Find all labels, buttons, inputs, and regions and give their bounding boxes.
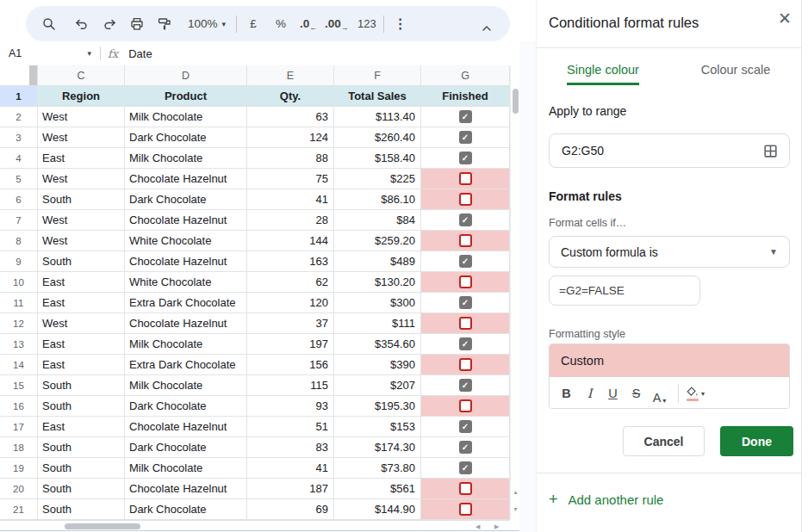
cell-total-sales[interactable]: $561: [334, 479, 421, 499]
cell-qty[interactable]: 115: [247, 375, 334, 396]
cell-total-sales[interactable]: $207: [334, 375, 421, 396]
checkbox-checked-icon[interactable]: ✓: [459, 420, 472, 433]
cell-product[interactable]: White Chocolate: [125, 231, 247, 251]
cell-region[interactable]: East: [38, 334, 125, 355]
fill-colour-button[interactable]: ▾: [686, 387, 705, 401]
select-all-corner[interactable]: [0, 65, 38, 86]
row-number[interactable]: 9: [0, 251, 38, 272]
currency-format-button[interactable]: £: [242, 12, 264, 36]
checkbox-checked-icon[interactable]: ✓: [459, 337, 472, 350]
cell-finished[interactable]: ✓: [421, 210, 510, 231]
cell-qty[interactable]: 156: [247, 355, 334, 375]
formula-input-value[interactable]: Date: [128, 47, 152, 60]
checkbox-checked-icon[interactable]: ✓: [459, 131, 472, 144]
name-box[interactable]: A1 ▾: [0, 47, 91, 59]
cell-finished[interactable]: ✓: [421, 148, 510, 169]
cell-qty[interactable]: 41: [247, 189, 334, 210]
cell-product[interactable]: Dark Chocolate: [125, 396, 247, 417]
cancel-button[interactable]: Cancel: [623, 426, 705, 456]
cell-region[interactable]: South: [38, 251, 125, 272]
custom-formula-input[interactable]: =G2=FALSE: [549, 275, 700, 306]
checkbox-unchecked-icon[interactable]: [459, 317, 472, 330]
header-cell[interactable]: Finished: [421, 86, 510, 107]
cell-product[interactable]: Milk Chocolate: [125, 334, 247, 355]
cell-qty[interactable]: 83: [247, 437, 334, 458]
italic-button[interactable]: I: [578, 382, 601, 405]
row-number[interactable]: 20: [0, 479, 38, 499]
cell-product[interactable]: Milk Chocolate: [125, 375, 247, 396]
tab-single-colour[interactable]: Single colour: [537, 53, 669, 86]
row-number[interactable]: 15: [0, 375, 38, 396]
cell-region[interactable]: East: [38, 417, 125, 437]
cell-qty[interactable]: 93: [247, 396, 334, 417]
cell-finished[interactable]: ✓: [421, 293, 510, 313]
condition-select[interactable]: Custom formula is ▼: [549, 236, 790, 268]
cell-region[interactable]: West: [38, 127, 125, 148]
cell-finished[interactable]: ✓: [421, 127, 510, 148]
cell-product[interactable]: Chocolate Hazelnut: [125, 313, 247, 334]
cell-region[interactable]: East: [38, 293, 125, 313]
checkbox-unchecked-icon[interactable]: [459, 172, 472, 185]
cell-product[interactable]: Chocolate Hazelnut: [125, 210, 247, 231]
select-data-range-icon[interactable]: [762, 143, 779, 162]
row-number[interactable]: 18: [0, 437, 38, 458]
row-number[interactable]: 1: [0, 86, 38, 107]
increase-decimal-button[interactable]: .00→: [325, 12, 349, 36]
cell-region[interactable]: South: [38, 189, 125, 210]
row-number[interactable]: 2: [0, 107, 38, 127]
checkbox-checked-icon[interactable]: ✓: [459, 152, 472, 164]
row-number[interactable]: 11: [0, 293, 38, 313]
cell-qty[interactable]: 124: [247, 127, 334, 148]
cell-region[interactable]: East: [38, 355, 125, 375]
tab-colour-scale[interactable]: Colour scale: [669, 53, 802, 86]
cell-total-sales[interactable]: $390: [334, 355, 421, 375]
print-icon[interactable]: [126, 12, 148, 36]
horizontal-scrollbar-thumb[interactable]: [65, 523, 140, 529]
row-number[interactable]: 8: [0, 231, 38, 251]
checkbox-unchecked-icon[interactable]: [459, 482, 472, 495]
row-number[interactable]: 17: [0, 417, 38, 437]
column-header-f[interactable]: F: [334, 65, 421, 86]
checkbox-checked-icon[interactable]: ✓: [459, 255, 472, 268]
column-header-d[interactable]: D: [125, 65, 247, 86]
cell-finished[interactable]: ✓: [421, 437, 510, 458]
collapse-toolbar-icon[interactable]: [475, 16, 498, 40]
cell-product[interactable]: Chocolate Hazelnut: [125, 169, 247, 189]
search-icon[interactable]: [38, 12, 60, 36]
cell-total-sales[interactable]: $130.20: [334, 272, 421, 293]
cell-product[interactable]: Dark Chocolate: [125, 437, 247, 458]
cell-product[interactable]: Extra Dark Chocolate: [125, 355, 247, 375]
undo-icon[interactable]: [71, 12, 93, 36]
close-icon[interactable]: ✕: [778, 10, 792, 27]
cell-qty[interactable]: 187: [247, 479, 334, 499]
cell-total-sales[interactable]: $260.40: [334, 127, 421, 148]
row-number[interactable]: 19: [0, 458, 38, 479]
cell-total-sales[interactable]: $225: [334, 169, 421, 189]
number-format-button[interactable]: 123: [356, 12, 378, 36]
row-number[interactable]: 21: [0, 499, 38, 520]
cell-total-sales[interactable]: $144.90: [334, 499, 421, 520]
cell-qty[interactable]: 63: [247, 107, 334, 127]
row-number[interactable]: 16: [0, 396, 38, 417]
cell-total-sales[interactable]: $300: [334, 293, 421, 313]
strikethrough-button[interactable]: S: [625, 382, 648, 405]
cell-finished[interactable]: ✓: [421, 334, 510, 355]
redo-icon[interactable]: [98, 12, 121, 36]
cell-finished[interactable]: [421, 272, 510, 293]
checkbox-checked-icon[interactable]: ✓: [459, 296, 472, 309]
vertical-scrollbar-thumb[interactable]: [513, 89, 519, 114]
cell-region[interactable]: West: [38, 210, 125, 231]
row-number[interactable]: 4: [0, 148, 38, 169]
cell-total-sales[interactable]: $153: [334, 417, 421, 437]
cell-qty[interactable]: 69: [247, 499, 334, 520]
cell-qty[interactable]: 51: [247, 417, 334, 437]
cell-product[interactable]: Milk Chocolate: [125, 148, 247, 169]
row-number[interactable]: 6: [0, 189, 38, 210]
cell-finished[interactable]: [421, 355, 510, 375]
row-number[interactable]: 7: [0, 210, 38, 231]
cell-product[interactable]: Chocolate Hazelnut: [125, 479, 247, 499]
cell-region[interactable]: South: [38, 479, 125, 499]
cell-finished[interactable]: [421, 479, 510, 499]
cell-total-sales[interactable]: $195.30: [334, 396, 421, 417]
decrease-decimal-button[interactable]: .0←: [297, 12, 320, 36]
